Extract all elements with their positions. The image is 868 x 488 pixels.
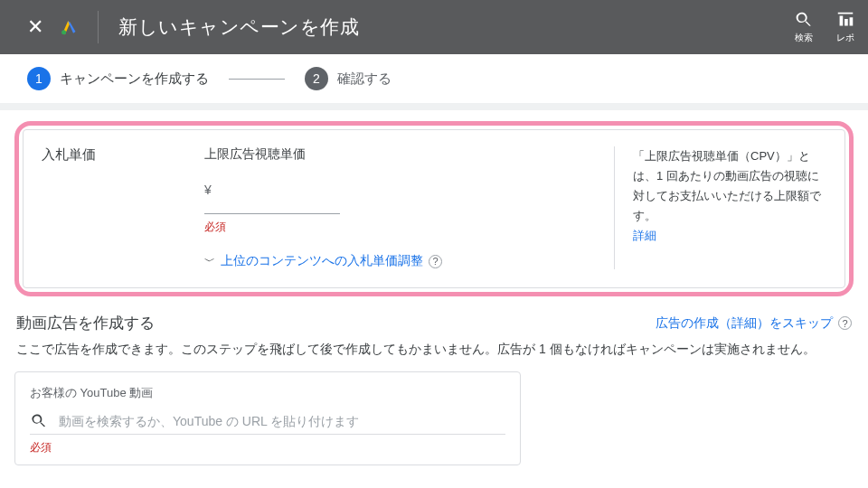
yt-video-label: お客様の YouTube 動画	[30, 385, 505, 401]
tip-text: 「上限広告視聴単価（CPV）」とは、1 回あたりの動画広告の視聴に対してお支払い…	[633, 149, 821, 222]
report-icon	[835, 10, 855, 30]
close-icon[interactable]: ✕	[27, 17, 43, 37]
step-label: 確認する	[337, 70, 392, 88]
skip-ad-creation-link[interactable]: 広告の作成（詳細）をスキップ	[656, 315, 833, 332]
expand-label: 上位のコンテンツへの入札単価調整	[221, 253, 423, 269]
bid-card: 入札単価 上限広告視聴単価 ¥ 必須 ﹀ 上位のコンテンツへの入札単価調整 ? …	[23, 129, 845, 288]
step-connector	[229, 79, 285, 80]
tool-label: 検索	[795, 32, 813, 44]
search-tool[interactable]: 検索	[794, 10, 814, 44]
step-1[interactable]: 1 キャンペーンを作成する	[27, 67, 209, 90]
section-header: 動画広告を作成する 広告の作成（詳細）をスキップ ?	[14, 313, 854, 339]
bid-fields: 上限広告視聴単価 ¥ 必須 ﹀ 上位のコンテンツへの入札単価調整 ?	[204, 146, 614, 269]
step-badge: 2	[305, 67, 328, 90]
divider	[98, 11, 99, 43]
step-label: キャンペーンを作成する	[60, 70, 209, 88]
step-2[interactable]: 2 確認する	[305, 67, 392, 90]
report-tool[interactable]: レポ	[835, 10, 855, 44]
bid-tip: 「上限広告視聴単価（CPV）」とは、1 回あたりの動画広告の視聴に対してお支払い…	[614, 146, 826, 269]
section-heading: 動画広告を作成する	[16, 313, 656, 333]
google-ads-logo-icon	[60, 18, 78, 36]
chevron-down-icon: ﹀	[204, 254, 215, 269]
required-label: 必須	[204, 220, 614, 235]
card-section-label: 入札単価	[42, 146, 204, 269]
step-badge: 1	[27, 67, 51, 90]
help-icon[interactable]: ?	[429, 255, 442, 268]
video-search-row	[30, 412, 505, 435]
required-label: 必須	[30, 440, 505, 455]
section-hint: ここで広告を作成できます。このステップを飛ばして後で作成してもかまいません。広告…	[14, 339, 854, 371]
highlight-box: 入札単価 上限広告視聴単価 ¥ 必須 ﹀ 上位のコンテンツへの入札単価調整 ? …	[14, 121, 854, 296]
app-bar: ✕ 新しいキャンペーンを作成 検索 レポ	[0, 0, 868, 54]
currency-symbol: ¥	[204, 183, 212, 197]
bid-input[interactable]: ¥	[204, 183, 614, 214]
svg-point-0	[61, 30, 66, 34]
search-icon	[30, 412, 48, 430]
help-icon[interactable]: ?	[838, 316, 852, 330]
learn-more-link[interactable]: 詳細	[633, 229, 656, 242]
youtube-video-card: お客様の YouTube 動画 必須	[14, 371, 521, 465]
stepper: 1 キャンペーンを作成する 2 確認する	[0, 54, 868, 103]
content: 入札単価 上限広告視聴単価 ¥ 必須 ﹀ 上位のコンテンツへの入札単価調整 ? …	[0, 110, 868, 465]
video-search-input[interactable]	[57, 413, 505, 429]
tool-label: レポ	[836, 32, 854, 44]
expand-bid-adjustment[interactable]: ﹀ 上位のコンテンツへの入札単価調整 ?	[204, 253, 614, 269]
input-underline	[204, 213, 340, 214]
section-divider	[0, 103, 868, 110]
search-icon	[794, 10, 814, 30]
page-title: 新しいキャンペーンを作成	[118, 14, 359, 40]
bid-field-label: 上限広告視聴単価	[204, 146, 614, 163]
